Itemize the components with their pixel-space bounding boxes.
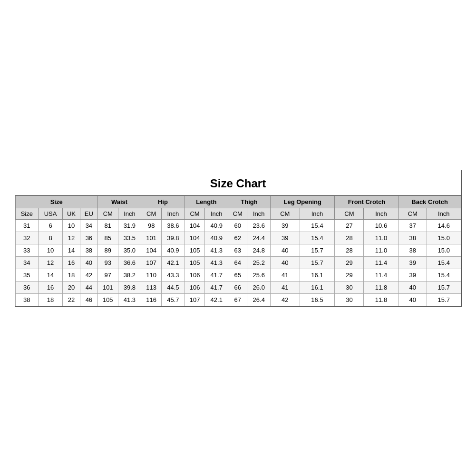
cell-r2-c0: 33 [15, 244, 39, 256]
cell-r5-c14: 30 [335, 281, 364, 293]
sub-header-16: CM [398, 208, 427, 219]
cell-r0-c0: 31 [15, 219, 39, 232]
cell-r2-c15: 11.0 [364, 244, 398, 256]
cell-r2-c4: 89 [97, 244, 118, 256]
cell-r2-c12: 40 [271, 244, 300, 256]
cell-r3-c15: 11.4 [364, 256, 398, 269]
group-header-front-crotch: Front Crotch [335, 195, 398, 208]
sub-header-11: Inch [247, 208, 271, 219]
sub-header-12: CM [271, 208, 300, 219]
cell-r3-c14: 29 [335, 256, 364, 269]
cell-r3-c12: 40 [271, 256, 300, 269]
group-header-leg-opening: Leg Opening [271, 195, 335, 208]
cell-r0-c12: 39 [271, 219, 300, 232]
cell-r1-c8: 104 [185, 232, 205, 244]
cell-r6-c5: 41.3 [118, 293, 141, 306]
cell-r2-c8: 105 [185, 244, 205, 256]
cell-r5-c16: 40 [398, 281, 427, 293]
sub-header-5: Inch [118, 208, 141, 219]
cell-r2-c11: 24.8 [247, 244, 271, 256]
cell-r6-c10: 67 [228, 293, 247, 306]
cell-r4-c0: 35 [15, 269, 39, 281]
cell-r1-c12: 39 [271, 232, 300, 244]
cell-r6-c15: 11.8 [364, 293, 398, 306]
sub-header-row: SizeUSAUKEUCMInchCMInchCMInchCMInchCMInc… [15, 208, 461, 219]
table-row: 31610348131.99838.610440.96023.63915.427… [15, 219, 461, 232]
cell-r4-c1: 14 [39, 269, 63, 281]
cell-r6-c1: 18 [39, 293, 63, 306]
cell-r2-c7: 40.9 [162, 244, 185, 256]
chart-title: Size Chart [15, 170, 461, 195]
group-header-waist: Waist [97, 195, 141, 208]
cell-r1-c16: 38 [398, 232, 427, 244]
cell-r0-c8: 104 [185, 219, 205, 232]
cell-r2-c9: 41.3 [205, 244, 228, 256]
cell-r6-c0: 38 [15, 293, 39, 306]
cell-r1-c14: 28 [335, 232, 364, 244]
group-header-back-crotch: Back Crotch [398, 195, 461, 208]
cell-r5-c2: 20 [62, 281, 80, 293]
cell-r1-c6: 101 [141, 232, 162, 244]
cell-r0-c7: 38.6 [162, 219, 185, 232]
cell-r4-c6: 110 [141, 269, 162, 281]
cell-r6-c14: 30 [335, 293, 364, 306]
sub-header-14: CM [335, 208, 364, 219]
cell-r5-c6: 113 [141, 281, 162, 293]
cell-r3-c13: 15.7 [300, 256, 335, 269]
table-row: 3818224610541.311645.710742.16726.44216.… [15, 293, 461, 306]
cell-r4-c16: 39 [398, 269, 427, 281]
table-row: 331014388935.010440.910541.36324.84015.7… [15, 244, 461, 256]
cell-r6-c2: 22 [62, 293, 80, 306]
cell-r3-c10: 64 [228, 256, 247, 269]
group-header-length: Length [185, 195, 228, 208]
cell-r5-c13: 16.1 [300, 281, 335, 293]
cell-r6-c7: 45.7 [162, 293, 185, 306]
cell-r2-c5: 35.0 [118, 244, 141, 256]
group-header-row: SizeWaistHipLengthThighLeg OpeningFront … [15, 195, 461, 208]
table-row: 3616204410139.811344.510641.76626.04116.… [15, 281, 461, 293]
sub-header-4: CM [97, 208, 118, 219]
cell-r2-c16: 38 [398, 244, 427, 256]
sub-header-13: Inch [300, 208, 335, 219]
cell-r0-c6: 98 [141, 219, 162, 232]
sub-header-10: CM [228, 208, 247, 219]
cell-r6-c17: 15.7 [427, 293, 461, 306]
cell-r2-c13: 15.7 [300, 244, 335, 256]
cell-r5-c4: 101 [97, 281, 118, 293]
cell-r1-c5: 33.5 [118, 232, 141, 244]
cell-r4-c14: 29 [335, 269, 364, 281]
sub-header-3: EU [80, 208, 97, 219]
cell-r1-c2: 12 [62, 232, 80, 244]
cell-r3-c17: 15.4 [427, 256, 461, 269]
cell-r5-c10: 66 [228, 281, 247, 293]
cell-r3-c3: 40 [80, 256, 97, 269]
cell-r0-c16: 37 [398, 219, 427, 232]
cell-r3-c11: 25.2 [247, 256, 271, 269]
cell-r3-c16: 39 [398, 256, 427, 269]
cell-r1-c15: 11.0 [364, 232, 398, 244]
cell-r4-c17: 15.4 [427, 269, 461, 281]
cell-r2-c6: 104 [141, 244, 162, 256]
cell-r4-c4: 97 [97, 269, 118, 281]
cell-r4-c3: 42 [80, 269, 97, 281]
cell-r3-c9: 41.3 [205, 256, 228, 269]
cell-r3-c8: 105 [185, 256, 205, 269]
cell-r6-c3: 46 [80, 293, 97, 306]
sub-header-0: Size [15, 208, 39, 219]
sub-header-17: Inch [427, 208, 461, 219]
cell-r4-c10: 65 [228, 269, 247, 281]
sub-header-15: Inch [364, 208, 398, 219]
sub-header-1: USA [39, 208, 63, 219]
cell-r1-c4: 85 [97, 232, 118, 244]
sub-header-7: Inch [162, 208, 185, 219]
cell-r3-c1: 12 [39, 256, 63, 269]
cell-r6-c13: 16.5 [300, 293, 335, 306]
cell-r4-c12: 41 [271, 269, 300, 281]
cell-r4-c5: 38.2 [118, 269, 141, 281]
cell-r3-c0: 34 [15, 256, 39, 269]
cell-r3-c5: 36.6 [118, 256, 141, 269]
cell-r2-c1: 10 [39, 244, 63, 256]
cell-r6-c9: 42.1 [205, 293, 228, 306]
table-body: 31610348131.99838.610440.96023.63915.427… [15, 219, 461, 306]
cell-r6-c16: 40 [398, 293, 427, 306]
